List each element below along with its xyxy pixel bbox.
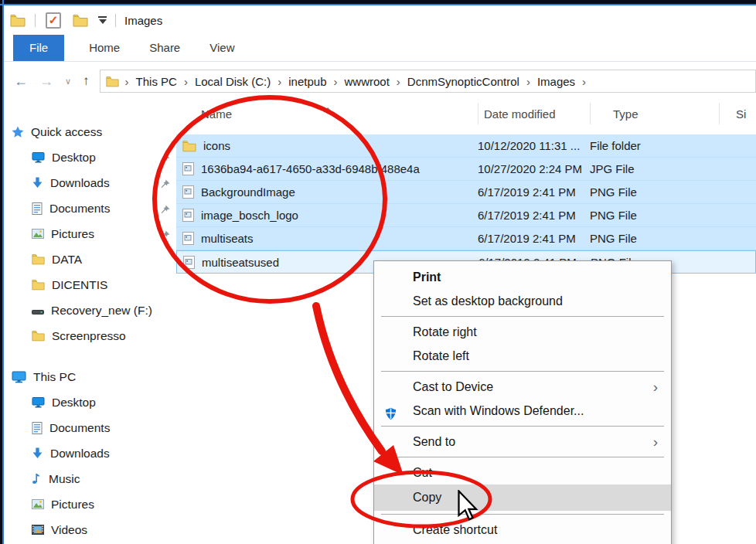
sidebar-label: Music [49,472,80,486]
folder-icon [182,140,196,152]
breadcrumb-separator: › [122,75,132,88]
desktop-icon [32,396,45,408]
tab-share[interactable]: Share [135,35,195,61]
column-divider[interactable] [590,103,591,124]
sidebar-item-screenpresso[interactable]: Screenpresso [4,323,176,348]
file-type: File folder [590,139,719,152]
file-type: PNG File [590,209,719,222]
sidebar-item-desktop[interactable]: Desktop [4,144,176,170]
menu-item-copy[interactable]: Copy [374,484,671,511]
recent-locations-icon[interactable]: ∨ [65,76,71,87]
pin-icon [161,229,170,243]
sidebar-item-this-pc[interactable]: This PC [4,364,176,389]
sidebar-item-pc-music[interactable]: Music [4,466,176,491]
column-header-date-modified[interactable]: Date modified [484,107,556,121]
tab-home[interactable]: Home [74,35,135,61]
breadcrumb-this-pc[interactable]: This PC [132,75,181,88]
file-row[interactable]: BackgroundImage 6/17/2019 2:41 PM PNG Fi… [176,181,756,204]
file-name: multiseatsused [202,256,279,269]
sidebar-item-recovery-new[interactable]: Recovery_new (F:) [4,298,176,323]
sidebar-item-pictures[interactable]: Pictures [4,221,176,246]
this-pc-icon [12,371,26,383]
app-folder-icon [10,14,26,27]
file-type: PNG File [590,185,719,199]
address-row: ← → ∨ ↑ › This PC › Local Disk (C:) › in… [4,68,756,94]
column-header-type[interactable]: Type [613,107,639,121]
sidebar-item-pc-desktop[interactable]: Desktop [4,389,176,415]
menu-item-rotate-left[interactable]: Rotate left [374,344,671,368]
sidebar-item-downloads[interactable]: Downloads [4,170,176,196]
ribbon-tab-strip: File Home Share View [4,35,756,62]
folder-icon [32,279,45,291]
breadcrumb-wwwroot[interactable]: wwwroot [340,75,393,88]
pictures-icon [32,229,44,239]
customize-toolbar-dropdown-icon[interactable] [98,16,107,24]
pin-icon [161,178,170,192]
column-divider[interactable] [719,103,720,124]
file-row[interactable]: image_bosch_logo 6/17/2019 2:41 PM PNG F… [176,204,756,227]
sidebar-label: Screenpresso [52,329,126,343]
breadcrumb-local-disk[interactable]: Local Disk (C:) [191,75,274,88]
file-type: PNG File [590,232,719,245]
back-icon[interactable]: ← [14,73,28,90]
file-row[interactable]: icons 10/12/2020 11:31 ... File folder [176,134,756,158]
file-row[interactable]: 1636ba94-a617-4650-a33d-6948bf488e4a 10/… [176,158,756,181]
windows-defender-icon [384,404,397,428]
breadcrumb-inetpub[interactable]: inetpub [284,75,330,88]
sidebar-label: Desktop [52,151,96,165]
breadcrumb-dcnmsynopticcontrol[interactable]: DcnmSynopticControl [404,75,523,88]
file-date: 6/17/2019 2:41 PM [478,232,590,245]
menu-separator [381,316,664,317]
qat-folder-button[interactable] [73,14,88,27]
menu-item-rotate-right[interactable]: Rotate right [374,320,671,344]
menu-separator [381,457,664,457]
pin-icon [161,203,170,217]
breadcrumb-separator: › [330,75,340,88]
up-icon[interactable]: ↑ [83,73,90,89]
navigation-pane: Quick access Desktop Downloads [4,100,176,544]
menu-item-create-shortcut[interactable]: Create shortcut [374,518,671,542]
sidebar-label: Desktop [52,396,96,410]
sidebar-item-data[interactable]: DATA [4,246,176,272]
qat-checkbox-button[interactable]: ✓ [46,12,61,29]
toolbar-separator [115,14,116,27]
sidebar-label: Documents [49,421,110,435]
folder-icon [32,330,45,342]
image-file-icon [182,209,194,222]
file-row[interactable]: multiseats 6/17/2019 2:41 PM PNG File [176,227,756,250]
breadcrumb-separator: › [523,75,533,88]
column-divider[interactable] [478,103,478,124]
sidebar-item-dicentis[interactable]: DICENTIS [4,272,176,298]
sidebar-item-pc-downloads[interactable]: Downloads [4,440,176,466]
file-date: 10/12/2020 11:31 ... [478,139,590,152]
file-name: multiseats [201,232,254,245]
menu-item-cast-to-device[interactable]: Cast to Device › [374,375,671,399]
forward-icon[interactable]: → [39,73,53,90]
documents-icon [32,422,43,434]
menu-item-cut[interactable]: Cut [374,461,671,484]
sidebar-label: Recovery_new (F:) [51,304,152,318]
menu-item-send-to[interactable]: Send to › [374,430,671,454]
sidebar-item-pc-videos[interactable]: Videos [4,517,176,542]
sidebar-item-documents[interactable]: Documents [4,196,176,221]
file-date: 6/17/2019 2:41 PM [478,209,590,222]
videos-icon [32,525,44,535]
menu-item-set-as-desktop-background[interactable]: Set as desktop background [374,289,671,313]
sidebar-item-quick-access[interactable]: Quick access [4,119,176,144]
address-bar[interactable]: › This PC › Local Disk (C:) › inetpub › … [100,70,756,93]
menu-item-scan-with-windows-defender[interactable]: Scan with Windows Defender... [374,399,671,423]
sidebar-item-pc-pictures[interactable]: Pictures [4,491,176,517]
menu-item-print[interactable]: Print [374,265,671,289]
menu-separator [381,426,664,427]
column-header-name[interactable]: Name [201,107,232,121]
column-headers: Name Date modified Type Si [176,100,756,127]
tab-view[interactable]: View [195,35,249,61]
sidebar-label: Pictures [51,498,94,512]
sidebar-item-pc-documents[interactable]: Documents [4,415,176,440]
sidebar-label: Videos [51,523,87,537]
tab-file[interactable]: File [13,35,64,61]
column-header-size[interactable]: Si [736,107,746,121]
image-file-icon [182,232,194,245]
breadcrumb-images[interactable]: Images [533,75,579,88]
explorer-window: ✓ Images File Home Share View ← → ∨ ↑ › … [0,0,756,544]
